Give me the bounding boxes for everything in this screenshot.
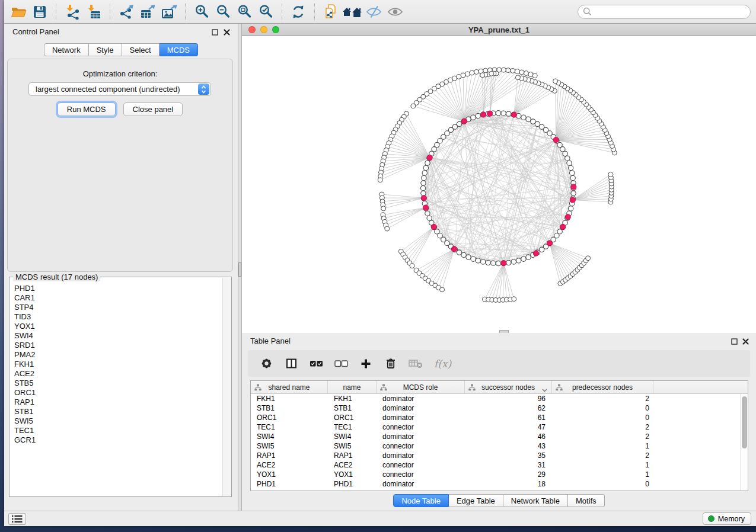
eye-icon [387,4,403,20]
table-row[interactable]: STB1STB1dominator620 [251,403,740,413]
tab-edge-table[interactable]: Edge Table [449,494,503,507]
mcds-result-groupbox: MCDS result (17 nodes) PHD1CAR1STP4TID3Y… [9,277,232,497]
home-networks-button[interactable] [342,2,363,21]
mcds-result-item[interactable]: SRD1 [14,341,222,350]
table-row[interactable]: FKH1FKH1dominator962 [251,394,740,403]
table-row[interactable]: RAP1RAP1dominator352 [251,451,740,460]
table-cell: ORC1 [328,413,377,422]
mcds-result-item[interactable]: ORC1 [14,388,222,398]
mcds-result-item[interactable]: PMA2 [14,350,222,360]
table-row[interactable]: SWI5SWI5connector431 [251,441,740,451]
network-window-titlebar[interactable]: YPA_prune.txt_1 [242,24,756,36]
mcds-result-item[interactable]: YOX1 [14,322,222,331]
export-table-icon [139,4,156,20]
tab-node-table[interactable]: Node Table [393,494,449,507]
table-cell: TEC1 [251,422,328,432]
table-row[interactable]: ORC1ORC1dominator610 [251,413,740,422]
add-column-button[interactable] [356,354,376,374]
export-network-button[interactable] [116,2,137,21]
show-details-button[interactable] [384,2,406,21]
mcds-result-item[interactable]: TEC1 [14,426,222,435]
table-scrollbar-thumb[interactable] [742,396,747,448]
tab-style[interactable]: Style [89,43,122,56]
table-cell [653,441,740,451]
close-table-panel-button[interactable] [741,337,749,345]
table-cell: connector [377,470,465,479]
save-session-button[interactable] [29,2,50,21]
table-cell: 2 [552,432,653,441]
select-all-icon [310,360,323,368]
table-options-button[interactable] [256,354,276,374]
table-scrollbar[interactable] [740,394,748,491]
tab-network[interactable]: Network [44,43,89,56]
mcds-result-item[interactable]: STB1 [14,407,222,416]
zoom-out-button[interactable] [212,2,234,21]
search-input[interactable] [592,6,750,18]
close-panel-action-button[interactable]: Close panel [123,102,183,116]
table-cell: dominator [377,413,465,422]
refresh-view-button[interactable] [288,2,309,21]
mcds-result-scrollbar[interactable] [222,278,231,496]
close-panel-button[interactable] [222,28,231,36]
run-mcds-button[interactable]: Run MCDS [58,102,116,116]
mcds-result-item[interactable]: TID3 [14,312,222,322]
mcds-result-item[interactable]: CAR1 [14,293,222,303]
table-cell: STB1 [328,403,377,413]
table-row[interactable]: ACE2ACE2connector311 [251,460,740,470]
tab-motifs[interactable]: Motifs [568,494,605,507]
mcds-result-item[interactable]: PHD1 [14,284,222,293]
mcds-result-item[interactable]: SWI4 [14,331,222,341]
zoom-fit-button[interactable] [234,2,255,21]
import-network-button[interactable] [62,2,83,21]
hide-details-button[interactable] [363,2,384,21]
column-header-name[interactable]: name [328,381,377,393]
table-cell: RAP1 [328,451,377,460]
tab-mcds[interactable]: MCDS [160,43,198,56]
table-row[interactable]: SWI4SWI4dominator462 [251,432,740,441]
zoom-selected-button[interactable] [255,2,276,21]
mcds-result-item[interactable]: SWI5 [14,416,222,426]
table-cell: connector [377,441,465,451]
table-row[interactable]: YOX1YOX1connector291 [251,470,740,479]
zoom-in-button[interactable] [191,2,212,21]
table-cell: ACE2 [251,460,328,470]
close-window-icon[interactable] [248,26,256,33]
open-file-button[interactable] [8,2,29,21]
mcds-result-item[interactable]: ACE2 [14,369,222,379]
mcds-result-item[interactable]: STP4 [14,303,222,312]
splitter-grip[interactable] [238,262,241,277]
show-columns-button[interactable] [281,354,301,374]
select-all-rows-button[interactable] [306,354,326,374]
table-row[interactable]: TEC1TEC1connector472 [251,422,740,432]
copy-network-button[interactable] [320,2,342,21]
vertical-splitter[interactable] [238,24,242,511]
tab-network-table[interactable]: Network Table [503,494,568,507]
column-header-mcds-role[interactable]: MCDS role [377,381,465,393]
mcds-result-item[interactable]: GCR1 [14,435,222,445]
mcds-result-item[interactable]: FKH1 [14,360,222,369]
mcds-result-item[interactable]: RAP1 [14,398,222,407]
delete-column-button[interactable] [381,354,401,374]
export-table-button[interactable] [137,2,158,21]
deselect-all-rows-button[interactable] [331,354,351,374]
import-table-button[interactable] [83,2,104,21]
mcds-result-item[interactable]: STB5 [14,379,222,388]
show-log-button[interactable] [8,513,26,525]
criterion-dropdown[interactable]: largest connected component (undirected) [28,82,211,96]
export-image-button[interactable] [158,2,180,21]
float-table-panel-button[interactable] [730,337,738,345]
network-canvas[interactable] [242,36,756,333]
control-panel: Control Panel Network Style Select MCDS … [4,24,238,511]
table-row[interactable]: PHD1PHD1dominator180 [251,479,740,489]
column-header-shared-name[interactable]: shared name [251,381,328,393]
column-header-predecessor-nodes[interactable]: predecessor nodes [552,381,653,393]
memory-button[interactable]: Memory [703,512,751,525]
float-panel-button[interactable] [210,28,219,36]
delete-table-button-disabled [406,354,426,374]
mcds-result-list: PHD1CAR1STP4TID3YOX1SWI4SRD1PMA2FKH1ACE2… [10,278,222,496]
maximize-window-icon[interactable] [272,26,279,33]
minimize-window-icon[interactable] [260,26,267,33]
tab-select[interactable]: Select [122,43,160,56]
column-header-successor-nodes[interactable]: successor nodes [465,381,552,393]
network-graph-svg[interactable] [242,36,756,329]
